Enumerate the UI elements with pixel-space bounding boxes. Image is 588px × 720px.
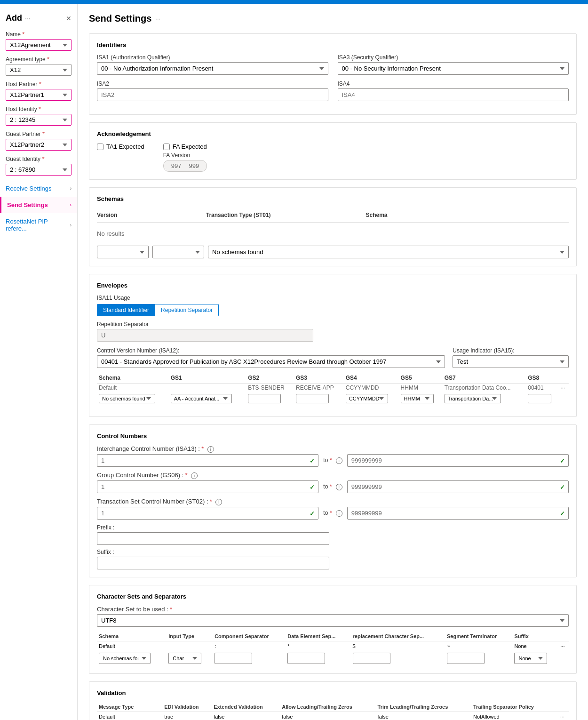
fa-checkbox[interactable]: [163, 144, 170, 150]
gcn-label: Group Control Number (GS06) : * i: [97, 472, 569, 479]
schemas-col-schema: Schema: [366, 212, 569, 218]
char-data-element-input[interactable]: [287, 653, 325, 664]
char-default-data-element: *: [286, 641, 350, 651]
char-col-segment: Segment Terminator: [445, 632, 512, 641]
sidebar-item-send-settings[interactable]: Send Settings ›: [0, 197, 77, 213]
char-replacement-input[interactable]: [353, 653, 390, 664]
char-segment-input[interactable]: [447, 653, 485, 664]
schemas-title: Schemas: [97, 195, 569, 202]
icn-to-label: to *: [323, 456, 332, 464]
schemas-version-dropdown[interactable]: [97, 246, 149, 258]
sidebar: Add ··· ✕ Name * X12Agreement Agreement …: [0, 4, 78, 720]
gs-gs4-select[interactable]: CCYYMMDD: [346, 394, 388, 403]
rep-sep-input[interactable]: [97, 329, 313, 342]
schemas-trans-type-dropdown[interactable]: [152, 246, 204, 258]
acknowledgement-section: Acknowledgement TA1 Expected FA Expected…: [89, 122, 577, 180]
char-input-type-select[interactable]: Char: [168, 653, 201, 664]
main-header: Send Settings ···: [89, 13, 577, 24]
val-default-trim-zeros: false: [376, 712, 471, 720]
icn-valid-icon: ✓: [310, 457, 315, 464]
gs-gs2-input[interactable]: [248, 394, 281, 403]
fa-expected-group: FA Expected FA Version 997 999: [163, 143, 207, 172]
gs-default-schema: Default: [97, 384, 169, 392]
control-version-select[interactable]: 00401 - Standards Approved for Publicati…: [97, 355, 445, 368]
val-col-edi-validation: EDI Validation: [162, 702, 212, 712]
gcn-to-input[interactable]: [347, 480, 569, 493]
isa2-input[interactable]: [97, 88, 328, 101]
icn-to-input[interactable]: [347, 454, 569, 467]
val-col-trailing-sep: Trailing Separator Policy: [471, 702, 558, 712]
close-icon[interactable]: ✕: [66, 15, 72, 22]
val-default-dots[interactable]: ···: [558, 712, 569, 720]
control-version-label: Control Version Number (ISA12):: [97, 347, 445, 354]
char-col-data-element: Data Element Sep...: [286, 632, 350, 641]
name-field[interactable]: X12Agreement: [6, 39, 72, 51]
char-col-component: Component Separator: [213, 632, 286, 641]
gs-default-gs8: 00401: [526, 384, 558, 392]
gs-col-gs2: GS2: [246, 373, 294, 384]
fa-version-selector[interactable]: 997 999: [163, 160, 207, 172]
ta1-checkbox[interactable]: [97, 144, 103, 150]
gs-col-actions: [558, 373, 569, 384]
gs-gs8-input[interactable]: [528, 394, 551, 403]
gs-col-gs4: GS4: [344, 373, 399, 384]
gs-default-dots[interactable]: ···: [558, 384, 569, 392]
prefix-input[interactable]: [97, 532, 329, 545]
isa2-label: ISA2: [97, 80, 328, 87]
tscn-input[interactable]: [97, 507, 318, 520]
tscn-label: Transaction Set Control Number (ST02) : …: [97, 498, 569, 505]
gs-schema-select[interactable]: No schemas found: [99, 394, 155, 403]
icn-input[interactable]: [97, 454, 318, 467]
character-sets-title: Character Sets and Separators: [97, 593, 569, 600]
agreement-type-field[interactable]: X12: [6, 64, 72, 76]
standard-identifier-btn[interactable]: Standard Identifier: [97, 304, 155, 316]
char-schema-select[interactable]: No schemas found: [99, 653, 151, 664]
host-partner-field[interactable]: X12Partner1: [6, 89, 72, 101]
gs-gs1-select[interactable]: AA - Account Anal...: [171, 394, 232, 403]
char-col-replacement: replacement Character Sep...: [351, 632, 445, 641]
schemas-table-header: Version Transaction Type (ST01) Schema: [97, 208, 569, 223]
gs-gs5-select[interactable]: HHMM: [401, 394, 434, 403]
guest-identity-label: Guest Identity *: [6, 155, 72, 162]
ta1-expected-row: TA1 Expected: [97, 143, 144, 150]
gcn-input[interactable]: [97, 480, 318, 493]
char-default-dots[interactable]: ···: [558, 641, 569, 651]
char-default-segment: ~: [445, 641, 512, 651]
sidebar-item-rosettanet[interactable]: RosettaNet PIP refere... ›: [0, 213, 77, 237]
suffix-input[interactable]: [97, 557, 329, 569]
identifiers-title: Identifiers: [97, 41, 569, 48]
tscn-valid-icon: ✓: [310, 510, 315, 517]
val-default-row: Default true false false false NotAllowe…: [97, 712, 569, 720]
guest-partner-field[interactable]: X12Partner2: [6, 139, 72, 151]
fa-version-label: FA Version: [163, 152, 207, 159]
receive-settings-label: Receive Settings: [6, 185, 52, 192]
main-dots[interactable]: ···: [155, 15, 160, 22]
gs-default-gs1: [169, 384, 246, 392]
gcn-info-icon: i: [191, 472, 198, 479]
charset-label: Character Set to be used : *: [97, 606, 569, 613]
isa4-input[interactable]: [338, 88, 569, 101]
schemas-section: Schemas Version Transaction Type (ST01) …: [89, 187, 577, 266]
character-sets-section: Character Sets and Separators Character …: [89, 585, 577, 674]
isa3-select[interactable]: 00 - No Security Information Present: [338, 62, 569, 75]
char-suffix-select[interactable]: None: [514, 653, 547, 664]
char-component-input[interactable]: [215, 653, 252, 664]
sidebar-dots[interactable]: ···: [25, 15, 31, 22]
repetition-separator-btn[interactable]: Repetition Separator: [155, 304, 219, 316]
host-identity-field[interactable]: 2 : 12345: [6, 114, 72, 126]
schemas-schema-dropdown[interactable]: No schemas found: [208, 246, 569, 258]
gs-table: Schema GS1 GS2 GS3 GS4 GS5 GS7 GS8 Defau…: [97, 373, 569, 405]
char-col-schema: Schema: [97, 632, 167, 641]
usage-indicator-select[interactable]: Test: [453, 355, 569, 368]
charset-select[interactable]: UTF8: [97, 614, 569, 627]
char-col-actions: [558, 632, 569, 641]
tscn-to-input[interactable]: [347, 507, 569, 520]
gs-default-gs7: Transportation Data Coo...: [443, 384, 526, 392]
icn-label: Interchange Control Number (ISA13) : * i: [97, 445, 569, 453]
isa1-select[interactable]: 00 - No Authorization Information Presen…: [97, 62, 328, 75]
guest-identity-field[interactable]: 2 : 67890: [6, 164, 72, 176]
gs-gs7-select[interactable]: Transportation Da...: [445, 394, 501, 403]
sidebar-item-receive-settings[interactable]: Receive Settings ›: [0, 180, 77, 197]
tscn-to-info-icon: i: [336, 510, 342, 517]
gs-gs3-input[interactable]: [296, 394, 329, 403]
